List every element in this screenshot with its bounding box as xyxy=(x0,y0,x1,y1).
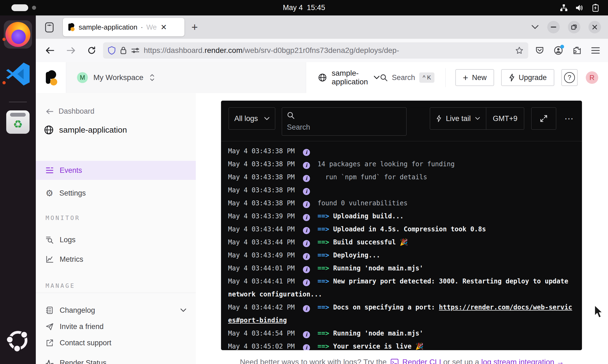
log-arrow: ==> xyxy=(318,304,333,311)
changelog-icon xyxy=(46,306,54,314)
log-search-input[interactable]: Search xyxy=(282,107,407,136)
upgrade-button[interactable]: Upgrade xyxy=(501,69,554,86)
log-timestamp: May 4 03:43:38 PM xyxy=(228,199,295,207)
service-chevron-down-icon xyxy=(373,75,380,80)
log-timestamp: May 4 03:45:02 PM xyxy=(228,343,295,350)
metrics-chart-icon xyxy=(46,255,54,263)
close-button[interactable] xyxy=(588,21,601,33)
log-more-menu[interactable]: ⋯ xyxy=(564,107,574,130)
sidebar-item-contact[interactable]: Contact support xyxy=(36,333,196,352)
log-line: May 4 03:44:01 PMi==> Running 'node main… xyxy=(228,262,575,275)
search-icon xyxy=(380,74,388,81)
logs-footer-hint: Need better ways to work with logs? Try … xyxy=(196,358,608,364)
log-line: May 4 03:43:38 PMi run `npm fund` for de… xyxy=(228,171,575,184)
sidebar-service-header[interactable]: sample-application xyxy=(44,125,127,135)
minimize-button[interactable] xyxy=(547,21,560,33)
log-message: ==> Build successful 🎉 xyxy=(318,238,408,246)
menu-hamburger-icon[interactable] xyxy=(591,47,600,54)
service-selector[interactable]: sample-application xyxy=(306,62,380,93)
tab-list-chevron-icon[interactable] xyxy=(531,24,539,30)
render-cli-link[interactable]: Render CLI xyxy=(402,358,441,364)
log-toolbar: All logs Search Live xyxy=(221,101,582,141)
global-search[interactable]: Search ^ K xyxy=(380,72,434,83)
bolt-icon xyxy=(436,115,441,122)
shield-icon[interactable] xyxy=(108,46,116,55)
log-arrow: ==> xyxy=(318,264,333,272)
log-timestamp: May 4 03:43:39 PM xyxy=(228,212,295,220)
chevron-down-icon xyxy=(264,117,270,120)
changelog-chevron-down-icon[interactable] xyxy=(180,308,187,312)
dock-trash[interactable]: ♻ xyxy=(0,110,36,134)
info-icon: i xyxy=(303,162,310,169)
system-clock[interactable]: May 4 15:45 xyxy=(283,4,325,12)
volume-icon[interactable] xyxy=(575,4,584,12)
dock-app-grid[interactable] xyxy=(0,327,36,354)
firefox-view-icon[interactable] xyxy=(42,19,57,35)
log-panel: All logs Search Live xyxy=(221,101,582,350)
back-icon[interactable] xyxy=(45,47,55,54)
reload-icon[interactable] xyxy=(87,46,96,55)
info-icon: i xyxy=(303,188,310,195)
info-icon: i xyxy=(303,331,310,338)
log-line: May 4 03:43:39 PMi==> Uploading build... xyxy=(228,210,575,223)
sidebar-item-logs[interactable]: Logs xyxy=(36,230,196,249)
tab-close-icon[interactable]: ✕ xyxy=(161,23,167,32)
sidebar-section-manage: MANAGE xyxy=(46,282,75,289)
log-line: May 4 03:43:44 PMi==> Build successful 🎉 xyxy=(228,236,575,249)
activities-pill[interactable] xyxy=(11,4,28,11)
info-icon: i xyxy=(303,266,310,273)
expand-logs-button[interactable] xyxy=(531,107,556,130)
trash-icon: ♻ xyxy=(6,110,30,134)
log-line: May 4 03:45:02 PMi==> Your service is li… xyxy=(228,340,575,350)
account-icon[interactable] xyxy=(554,46,563,55)
log-lines[interactable]: May 4 03:43:38 PMiMay 4 03:43:38 PMi14 p… xyxy=(221,141,582,350)
active-tab[interactable]: sample-application · We ✕ xyxy=(63,18,184,36)
workspace-selector[interactable]: M My Workspace xyxy=(66,62,306,93)
lock-icon[interactable] xyxy=(120,46,127,55)
extensions-puzzle-icon[interactable] xyxy=(573,46,581,55)
network-icon[interactable] xyxy=(560,4,568,12)
bookmark-star-icon[interactable] xyxy=(515,46,523,55)
permissions-icon[interactable] xyxy=(131,47,139,54)
log-message: ==> Uploading build... xyxy=(318,212,404,220)
info-icon: i xyxy=(303,227,310,234)
dock-firefox[interactable] xyxy=(0,20,36,49)
sidebar-item-events[interactable]: Events xyxy=(36,161,196,180)
search-label: Search xyxy=(392,74,415,82)
restore-button[interactable] xyxy=(568,21,580,33)
live-tail-group: Live tail GMT+9 xyxy=(430,107,524,130)
url-text[interactable]: https://dashboard.render.com/web/srv-d0b… xyxy=(144,46,511,55)
pocket-icon[interactable] xyxy=(535,46,544,55)
log-timestamp: May 4 03:43:38 PM xyxy=(228,147,295,155)
info-icon: i xyxy=(303,214,310,221)
new-button[interactable]: + New xyxy=(455,69,494,86)
log-filter-dropdown[interactable]: All logs xyxy=(229,107,275,130)
log-arrow: ==> xyxy=(318,238,333,246)
tab-title-suffix: We xyxy=(146,23,157,31)
live-tail-dropdown[interactable]: Live tail xyxy=(430,108,486,129)
battery-icon[interactable] xyxy=(591,4,600,12)
log-arrow: ==> xyxy=(318,277,333,285)
user-avatar[interactable]: R xyxy=(586,71,598,84)
dock: ♻ xyxy=(0,15,36,364)
globe-icon xyxy=(44,125,54,135)
info-icon: i xyxy=(303,305,310,312)
workspace-name: My Workspace xyxy=(93,73,143,82)
mouse-cursor xyxy=(592,304,604,320)
url-bar[interactable]: https://dashboard.render.com/web/srv-d0b… xyxy=(103,42,528,59)
sidebar-item-render-status[interactable]: Render Status xyxy=(36,353,196,364)
render-logo[interactable] xyxy=(36,62,66,93)
sidebar-back-dashboard[interactable]: Dashboard xyxy=(46,107,94,116)
sidebar-item-settings[interactable]: ⚙ Settings xyxy=(36,184,196,203)
new-tab-button[interactable]: + xyxy=(191,21,198,33)
dock-vscode[interactable] xyxy=(0,61,36,87)
timezone-button[interactable]: GMT+9 xyxy=(486,114,524,123)
log-stream-link[interactable]: log stream integration xyxy=(481,358,554,364)
sidebar-item-metrics[interactable]: Metrics xyxy=(36,250,196,269)
vscode-running-dot xyxy=(2,81,6,84)
help-button[interactable]: ? xyxy=(561,69,578,86)
forward-icon[interactable] xyxy=(66,47,76,54)
log-timestamp: May 4 03:44:54 PM xyxy=(228,330,295,337)
render-app-header: M My Workspace sample-application Search… xyxy=(36,62,608,93)
log-message: ==> Deploying... xyxy=(318,251,380,259)
